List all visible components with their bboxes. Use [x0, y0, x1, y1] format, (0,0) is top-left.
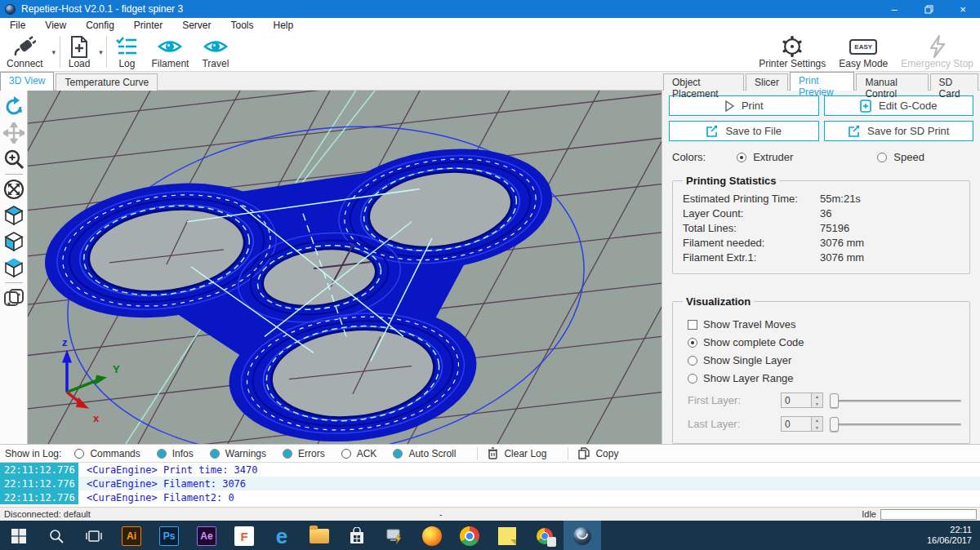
- flash-f-icon: F: [234, 526, 254, 546]
- restore-button[interactable]: [911, 0, 946, 18]
- first-layer-label: First Layer:: [688, 394, 774, 406]
- log-message: <CuraEngine> Filament: 3076: [78, 478, 246, 490]
- menu-server[interactable]: Server: [172, 20, 220, 31]
- top-view-icon[interactable]: [2, 255, 26, 281]
- log-output[interactable]: 22:11:12.776 <CuraEngine> Print time: 34…: [0, 463, 980, 507]
- log-filter-commands[interactable]: Commands: [74, 448, 140, 459]
- taskbar-repetier-host[interactable]: [564, 521, 601, 550]
- tab-row: 3D View Temperature Curve Object Placeme…: [0, 72, 980, 91]
- spinner-arrows[interactable]: ▲▼: [811, 417, 822, 431]
- log-filter-ack[interactable]: ACK: [341, 448, 377, 459]
- show-complete-code-radio[interactable]: [688, 338, 697, 348]
- copy-log-button[interactable]: Copy: [578, 447, 618, 459]
- log-autoscroll-toggle[interactable]: Auto Scroll: [393, 448, 456, 459]
- taskbar-chrome-profile[interactable]: [526, 521, 564, 550]
- filament-toggle-button[interactable]: Filament: [145, 33, 195, 71]
- log-row: 22:11:12.776 <CuraEngine> Filament2: 0: [0, 490, 980, 504]
- menu-config[interactable]: Config: [76, 20, 124, 31]
- front-view-icon[interactable]: [2, 228, 26, 255]
- start-button[interactable]: [0, 521, 38, 550]
- last-layer-spinner[interactable]: 0 ▲▼: [781, 416, 823, 432]
- log-filter-infos[interactable]: Infos: [157, 448, 194, 459]
- search-icon: [49, 529, 64, 543]
- taskbar-after-effects[interactable]: Ae: [188, 521, 225, 550]
- printer-settings-button[interactable]: Printer Settings: [752, 33, 832, 71]
- taskbar-illustrator[interactable]: Ai: [113, 521, 150, 550]
- log-filter-warnings[interactable]: Warnings: [210, 448, 266, 459]
- spinner-arrows[interactable]: ▲▼: [811, 393, 822, 407]
- move-view-icon[interactable]: [2, 120, 26, 146]
- layers-view-icon[interactable]: [2, 285, 26, 311]
- visualization-title: Visualization: [683, 295, 754, 308]
- after-effects-icon: Ae: [197, 526, 216, 546]
- taskbar-firefox[interactable]: [413, 521, 451, 550]
- taskbar-file-explorer[interactable]: [301, 521, 338, 550]
- close-button[interactable]: ×: [946, 0, 980, 18]
- log-toggle-button[interactable]: Log: [109, 33, 145, 71]
- save-to-file-button[interactable]: Save to File: [669, 121, 819, 141]
- show-single-layer-radio[interactable]: [688, 356, 697, 366]
- speed-radio[interactable]: [877, 153, 887, 162]
- clear-log-button[interactable]: Clear Log: [488, 447, 546, 459]
- taskbar-sticky-notes[interactable]: [488, 521, 526, 550]
- tab-object-placement[interactable]: Object Placement: [663, 73, 744, 91]
- taskbar-flash-app[interactable]: F: [225, 521, 263, 550]
- taskbar-chrome[interactable]: [451, 521, 488, 550]
- extruder-radio[interactable]: [737, 153, 746, 162]
- menu-tools[interactable]: Tools: [221, 20, 264, 31]
- remote-desktop-icon: [385, 528, 403, 544]
- first-layer-slider[interactable]: [830, 393, 961, 408]
- slider-handle[interactable]: [830, 393, 839, 408]
- colors-label: Colors:: [672, 151, 706, 163]
- menu-help[interactable]: Help: [264, 20, 304, 31]
- copy-icon: [578, 447, 590, 459]
- connect-dropdown[interactable]: ▾: [50, 33, 58, 71]
- save-for-sd-button[interactable]: Save for SD Print: [824, 121, 974, 141]
- emergency-stop-button: Emergency Stop: [894, 33, 980, 71]
- taskbar-photoshop[interactable]: Ps: [150, 521, 188, 550]
- taskbar-clock[interactable]: 22:11 16/06/2017: [927, 521, 980, 550]
- tab-slicer[interactable]: Slicer: [746, 73, 788, 91]
- windows-logo-icon: [11, 529, 26, 543]
- menu-printer[interactable]: Printer: [124, 20, 172, 31]
- connect-plug-icon: [13, 35, 36, 58]
- restore-icon: [924, 5, 933, 14]
- stat-value: 36: [820, 206, 961, 221]
- 3d-viewport[interactable]: z Y x: [28, 91, 662, 444]
- show-travel-moves-checkbox[interactable]: [688, 320, 697, 330]
- easy-mode-button[interactable]: EASY Easy Mode: [832, 33, 894, 71]
- rotate-view-icon[interactable]: [2, 94, 26, 120]
- isometric-view-icon[interactable]: [2, 202, 26, 228]
- last-layer-slider[interactable]: [830, 417, 961, 432]
- load-button[interactable]: Load: [62, 33, 97, 71]
- menu-file[interactable]: File: [0, 20, 35, 31]
- taskbar-remote-app[interactable]: [376, 521, 413, 550]
- tab-print-preview[interactable]: Print Preview: [790, 72, 854, 91]
- slider-handle[interactable]: [830, 417, 839, 432]
- view-toolstrip: [0, 91, 28, 444]
- minimize-button[interactable]: –: [877, 0, 911, 18]
- tab-3d-view[interactable]: 3D View: [0, 72, 54, 91]
- taskbar-store[interactable]: [338, 521, 376, 550]
- tab-sd-card[interactable]: SD Card: [930, 73, 978, 91]
- fit-view-icon[interactable]: [2, 176, 26, 202]
- travel-toggle-button[interactable]: Travel: [195, 33, 235, 71]
- taskbar-search-button[interactable]: [38, 521, 75, 550]
- log-timestamp: 22:11:12.776: [0, 477, 78, 490]
- menu-view[interactable]: View: [35, 20, 76, 31]
- log-filter-errors[interactable]: Errors: [283, 448, 325, 459]
- status-center: -: [439, 509, 443, 519]
- repetier-icon: [573, 527, 591, 545]
- show-layer-range-radio[interactable]: [688, 374, 697, 384]
- connect-button[interactable]: Connect: [0, 33, 50, 71]
- tab-temperature-curve[interactable]: Temperature Curve: [56, 73, 158, 91]
- load-dropdown[interactable]: ▾: [96, 33, 105, 71]
- repetier-host-window: Repetier-Host V2.0.1 - fidget spiner 3 –…: [0, 0, 980, 550]
- stat-value: 55m:21s: [820, 192, 961, 206]
- zoom-view-icon[interactable]: [2, 146, 26, 172]
- task-view-button[interactable]: [75, 521, 113, 550]
- first-layer-spinner[interactable]: 0 ▲▼: [781, 393, 823, 408]
- windows-taskbar: Ai Ps Ae F e 22:11 16/06/2017: [0, 521, 980, 550]
- tab-manual-control[interactable]: Manual Control: [856, 73, 928, 91]
- taskbar-edge[interactable]: e: [263, 521, 301, 550]
